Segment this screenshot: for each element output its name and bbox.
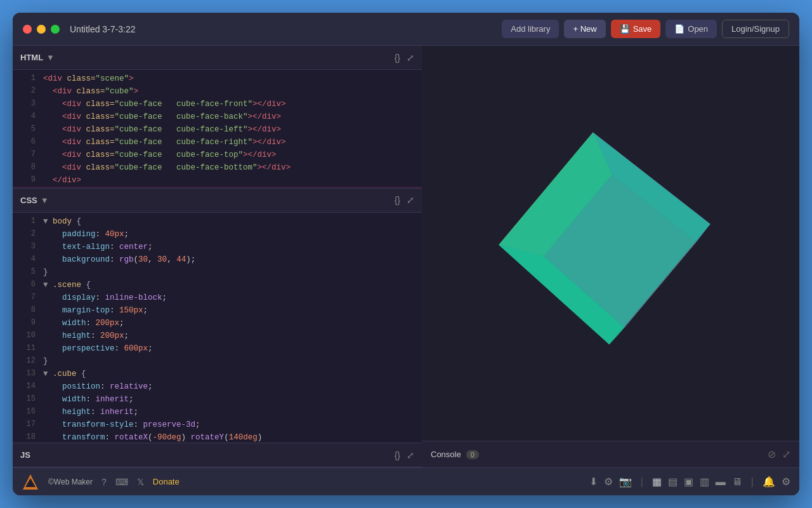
cube-face-top: [499, 132, 710, 344]
console-label: Console 0: [431, 450, 479, 459]
screenshot-icon[interactable]: 📷: [619, 476, 632, 488]
new-button[interactable]: + New: [564, 20, 605, 38]
html-section-header: HTML ▼ {} ⤢: [13, 46, 422, 70]
gear-icon[interactable]: ⚙: [782, 476, 790, 488]
open-icon: 📄: [674, 24, 684, 34]
html-line-4: 4 <div class="cube-face cube-face-back">…: [13, 110, 422, 123]
editor-panel: HTML ▼ {} ⤢ 1 <div class="scene"> 2 <div…: [13, 46, 422, 467]
bottom-left: ©Web Maker ? ⌨ 𝕏 Donate: [22, 473, 180, 491]
minimize-button[interactable]: [37, 25, 46, 34]
css-editor[interactable]: 1 ▼ body { 2 padding: 40px; 3 text-align…: [13, 213, 422, 443]
css-line-10: 10 height: 200px;: [13, 330, 422, 342]
css-format-icon[interactable]: {}: [395, 195, 400, 205]
app-window: Untitled 3-7-3:22 Add library + New 💾 Sa…: [13, 13, 799, 495]
settings-icon[interactable]: ⚙: [604, 476, 613, 488]
console-expand-icon[interactable]: ⤢: [782, 448, 790, 460]
layout-3-icon[interactable]: ▣: [684, 476, 693, 488]
cube-preview: [547, 180, 674, 307]
close-button[interactable]: [23, 25, 32, 34]
css-line-13: 13 ▼ .cube {: [13, 368, 422, 380]
open-label: Open: [688, 24, 708, 34]
window-title: Untitled 3-7-3:22: [70, 24, 502, 34]
js-section-header: JS {} ⤢: [13, 443, 422, 467]
traffic-lights: [23, 25, 60, 34]
download-icon[interactable]: ⬇: [589, 476, 598, 488]
layout-1-icon[interactable]: ▦: [652, 476, 662, 488]
save-label: Save: [633, 24, 652, 34]
css-line-16: 16 height: inherit;: [13, 406, 422, 418]
css-label: CSS: [20, 196, 37, 205]
bottom-right: ⬇ ⚙ 📷 | ▦ ▤ ▣ ▥ ▬ 🖥 | 🔔 ⚙: [589, 476, 790, 488]
css-line-5: 5 }: [13, 266, 422, 279]
css-line-8: 8 margin-top: 150px;: [13, 304, 422, 317]
add-library-button[interactable]: Add library: [502, 20, 559, 38]
css-chevron-icon[interactable]: ▼: [41, 196, 49, 205]
css-line-18: 18 transform: rotateX(-90deg) rotateY(14…: [13, 431, 422, 443]
html-line-1: 1 <div class="scene">: [13, 72, 422, 85]
console-bar: Console 0 ⊘ ⤢: [422, 441, 799, 467]
css-line-14: 14 position: relative;: [13, 380, 422, 393]
toolbar-buttons: Add library + New 💾 Save 📄 Open Login/Si…: [502, 20, 789, 38]
save-icon: 💾: [620, 24, 630, 34]
css-line-9: 9 width: 200px;: [13, 317, 422, 330]
html-line-7: 7 <div class="cube-face cube-face-top"><…: [13, 149, 422, 161]
donate-button[interactable]: Donate: [153, 477, 180, 486]
js-section-icons: {} ⤢: [395, 450, 414, 460]
html-chevron-icon[interactable]: ▼: [46, 53, 55, 62]
css-line-2: 2 padding: 40px;: [13, 228, 422, 241]
css-line-15: 15 width: inherit;: [13, 393, 422, 406]
twitter-icon[interactable]: 𝕏: [137, 477, 144, 487]
brand-text: ©Web Maker: [48, 478, 93, 486]
layout-6-icon[interactable]: 🖥: [732, 476, 742, 488]
css-section-icons: {} ⤢: [395, 195, 414, 205]
html-expand-icon[interactable]: ⤢: [407, 53, 414, 63]
js-expand-icon[interactable]: ⤢: [407, 450, 414, 460]
js-section: JS {} ⤢: [13, 443, 422, 467]
divider-2: |: [751, 476, 754, 488]
css-section-title: CSS ▼: [20, 196, 49, 205]
open-button[interactable]: 📄 Open: [665, 20, 717, 38]
html-label: HTML: [20, 53, 43, 62]
html-line-3: 3 <div class="cube-face cube-face-front"…: [13, 98, 422, 110]
html-format-icon[interactable]: {}: [395, 53, 400, 63]
html-line-8: 8 <div class="cube-face cube-face-bottom…: [13, 161, 422, 174]
js-section-title: JS: [20, 450, 30, 460]
cube-3d: [546, 189, 660, 285]
html-line-6: 6 <div class="cube-face cube-face-right"…: [13, 136, 422, 149]
html-line-9: 9 </div>: [13, 174, 422, 187]
console-text: Console: [431, 450, 461, 459]
preview-panel: Console 0 ⊘ ⤢: [422, 46, 799, 467]
titlebar: Untitled 3-7-3:22 Add library + New 💾 Sa…: [13, 13, 799, 46]
html-section-icons: {} ⤢: [395, 53, 414, 63]
css-line-17: 17 transform-style: preserve-3d;: [13, 418, 422, 431]
help-icon[interactable]: ?: [102, 477, 107, 487]
layout-4-icon[interactable]: ▥: [700, 476, 709, 488]
layout-2-icon[interactable]: ▤: [668, 476, 678, 488]
login-button[interactable]: Login/Signup: [722, 20, 789, 38]
notification-icon[interactable]: 🔔: [763, 476, 775, 488]
css-line-4: 4 background: rgb(30, 30, 44);: [13, 253, 422, 266]
console-count: 0: [466, 450, 479, 459]
divider-1: |: [641, 476, 643, 488]
bottom-bar: ©Web Maker ? ⌨ 𝕏 Donate ⬇ ⚙ 📷 | ▦ ▤ ▣ ▥ …: [13, 467, 799, 495]
webmaker-logo: [22, 473, 39, 491]
preview-area: [422, 46, 799, 441]
save-button[interactable]: 💾 Save: [611, 20, 661, 38]
js-label: JS: [20, 450, 30, 460]
html-line-5: 5 <div class="cube-face cube-face-left">…: [13, 123, 422, 136]
html-line-2: 2 <div class="cube">: [13, 85, 422, 98]
css-line-6: 6 ▼ .scene {: [13, 279, 422, 291]
keyboard-icon[interactable]: ⌨: [115, 477, 128, 487]
css-expand-icon[interactable]: ⤢: [407, 195, 414, 205]
main-content: HTML ▼ {} ⤢ 1 <div class="scene"> 2 <div…: [13, 46, 799, 467]
js-format-icon[interactable]: {}: [395, 450, 400, 460]
html-editor[interactable]: 1 <div class="scene"> 2 <div class="cube…: [13, 70, 422, 189]
maximize-button[interactable]: [51, 25, 60, 34]
css-line-7: 7 display: inline-block;: [13, 291, 422, 304]
console-icons: ⊘ ⤢: [768, 448, 790, 460]
console-clear-icon[interactable]: ⊘: [768, 448, 776, 460]
html-section-title: HTML ▼: [20, 53, 55, 62]
css-line-1: 1 ▼ body {: [13, 215, 422, 228]
css-section-header: CSS ▼ {} ⤢: [13, 189, 422, 213]
layout-5-icon[interactable]: ▬: [716, 476, 726, 488]
